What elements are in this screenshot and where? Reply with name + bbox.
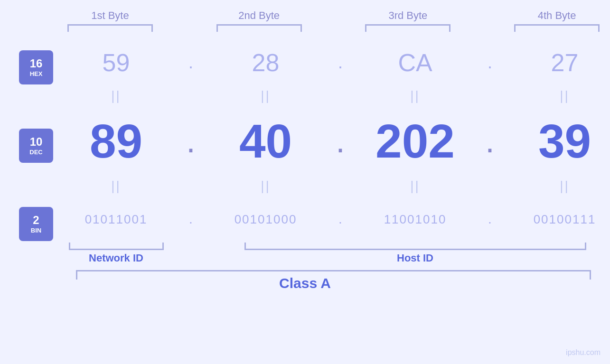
class-bracket-area bbox=[76, 270, 591, 271]
hex-val-3: CA bbox=[352, 48, 478, 77]
equal-4: || bbox=[502, 88, 610, 103]
equal-b3: || bbox=[352, 178, 478, 194]
hex-base-name: HEX bbox=[30, 70, 43, 77]
hex-values-row: 59 . 28 . CA . 27 bbox=[53, 41, 610, 84]
equal-b1: || bbox=[53, 178, 179, 194]
top-bracket-2 bbox=[197, 24, 322, 32]
watermark: ipshu.com bbox=[566, 348, 601, 357]
byte-header-3: 3rd Byte bbox=[345, 9, 470, 22]
bin-base-row: 2 BIN bbox=[19, 203, 53, 245]
dec-base-row: 10 DEC bbox=[19, 112, 53, 179]
equal-row-2: || || || || bbox=[53, 174, 610, 198]
dec-val-3: 202 bbox=[352, 114, 478, 168]
hex-badge: 16 HEX bbox=[19, 50, 53, 84]
main-data-area: 16 HEX 10 DEC 2 BIN bbox=[19, 41, 591, 264]
byte-header-4: 4th Byte bbox=[494, 9, 610, 22]
hex-dot-2: . bbox=[328, 54, 352, 71]
byte-headers-row: 1st Byte 2nd Byte 3rd Byte 4th Byte bbox=[47, 9, 610, 22]
dec-dot-2: . bbox=[328, 124, 352, 158]
bin-val-2: 00101000 bbox=[203, 212, 328, 227]
dec-dot-3: . bbox=[478, 124, 502, 158]
bin-dot-2: . bbox=[328, 213, 352, 226]
hex-dot-1: . bbox=[179, 54, 203, 71]
dec-val-2: 40 bbox=[203, 114, 328, 168]
bin-dot-3: . bbox=[478, 213, 502, 226]
dec-values-row: 89 . 40 . 202 . 39 bbox=[53, 108, 610, 174]
base-labels-column: 16 HEX 10 DEC 2 BIN bbox=[19, 41, 53, 245]
equal-b4: || bbox=[502, 178, 610, 194]
top-bracket-3 bbox=[345, 24, 470, 32]
bin-val-3: 11001010 bbox=[352, 212, 478, 227]
class-label-area: Class A bbox=[19, 275, 591, 291]
equal-row-1: || || || || bbox=[53, 84, 610, 108]
values-grid: 59 . 28 . CA . 27 || bbox=[53, 41, 610, 264]
network-id-label: Network ID bbox=[53, 252, 179, 264]
equal-3: || bbox=[352, 88, 478, 103]
equal-b2: || bbox=[203, 178, 328, 194]
dec-val-4: 39 bbox=[502, 114, 610, 168]
dec-base-number: 10 bbox=[30, 136, 43, 148]
bin-base-number: 2 bbox=[33, 214, 39, 226]
host-id-label: Host ID bbox=[203, 252, 610, 264]
top-bracket-1 bbox=[47, 24, 173, 32]
network-bracket bbox=[53, 243, 179, 250]
equal-1: || bbox=[53, 88, 179, 103]
hex-val-1: 59 bbox=[53, 48, 179, 77]
hex-dot-3: . bbox=[478, 54, 502, 71]
hex-base-number: 16 bbox=[30, 57, 43, 70]
top-brackets bbox=[47, 24, 610, 32]
byte-header-2: 2nd Byte bbox=[197, 9, 322, 22]
bin-base-name: BIN bbox=[31, 227, 41, 234]
bin-badge: 2 BIN bbox=[19, 207, 53, 241]
equal-2: || bbox=[203, 88, 328, 103]
main-container: 1st Byte 2nd Byte 3rd Byte 4th Byte bbox=[0, 0, 610, 364]
bin-val-1: 01011001 bbox=[53, 212, 179, 227]
hex-base-row: 16 HEX bbox=[19, 46, 53, 89]
hex-val-2: 28 bbox=[203, 48, 328, 77]
id-labels-row: Network ID Host ID bbox=[53, 252, 610, 264]
dec-base-name: DEC bbox=[29, 149, 42, 156]
dec-badge: 10 DEC bbox=[19, 129, 53, 163]
hex-val-4: 27 bbox=[502, 48, 610, 77]
bin-val-4: 00100111 bbox=[502, 212, 610, 227]
top-bracket-4 bbox=[494, 24, 610, 32]
class-bracket-line bbox=[76, 270, 591, 271]
class-label: Class A bbox=[279, 275, 331, 291]
host-bracket bbox=[203, 243, 610, 250]
dec-dot-1: . bbox=[179, 124, 203, 158]
dec-val-1: 89 bbox=[53, 114, 179, 168]
bin-values-row: 01011001 . 00101000 . 11001010 . 0010011… bbox=[53, 198, 610, 241]
bin-dot-1: . bbox=[179, 213, 203, 226]
bottom-brackets-row bbox=[53, 243, 610, 250]
byte-header-1: 1st Byte bbox=[47, 9, 173, 22]
